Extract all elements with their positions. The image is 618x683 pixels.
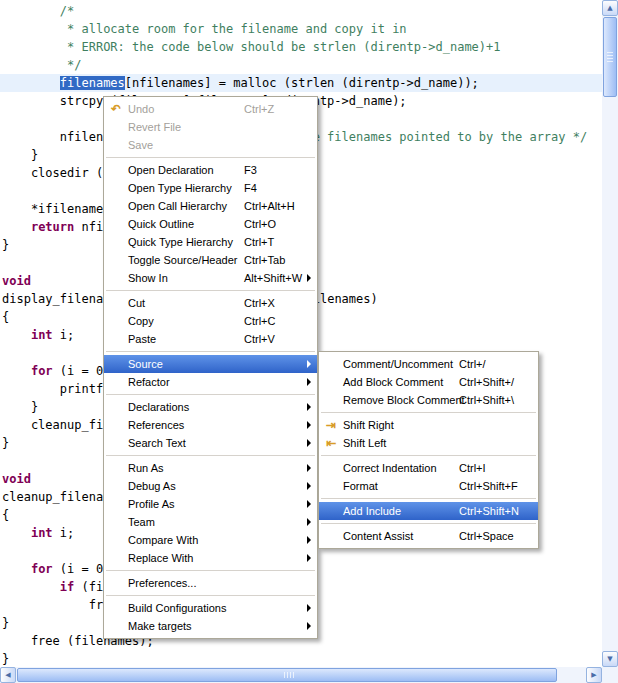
menu-item-label: Debug As — [128, 480, 176, 492]
menu-separator — [106, 570, 315, 571]
context-menu-item-team[interactable]: Team — [104, 513, 317, 531]
menu-item-shortcut: Ctrl+Shift+N — [459, 502, 519, 520]
source-submenu: Comment/UncommentCtrl+/Add Block Comment… — [318, 351, 539, 549]
code-segment: } — [2, 652, 9, 666]
menu-item-label: Correct Indentation — [343, 462, 437, 474]
selected-text: filenames — [60, 76, 125, 90]
menu-separator — [106, 351, 315, 352]
code-segment: { — [2, 508, 9, 522]
vertical-scrollbar-thumb[interactable] — [603, 17, 617, 97]
vertical-scrollbar[interactable]: ▲ ▼ — [602, 0, 618, 667]
context-menu-item-paste[interactable]: PasteCtrl+V — [104, 330, 317, 348]
context-menu-item-profile-as[interactable]: Profile As — [104, 495, 317, 513]
shift-right-icon: ⇥ — [322, 416, 340, 434]
context-menu-item-open-type-hierarchy[interactable]: Open Type HierarchyF4 — [104, 179, 317, 197]
source-submenu-item-add-block-comment[interactable]: Add Block CommentCtrl+Shift+/ — [319, 373, 538, 391]
code-segment: } — [2, 436, 9, 450]
code-segment: int — [31, 328, 53, 342]
context-menu-item-quick-outline[interactable]: Quick OutlineCtrl+O — [104, 215, 317, 233]
menu-item-label: Paste — [128, 333, 156, 345]
menu-item-label: Open Call Hierarchy — [128, 200, 227, 212]
context-menu-item-run-as[interactable]: Run As — [104, 459, 317, 477]
context-menu-item-show-in[interactable]: Show InAlt+Shift+W — [104, 269, 317, 287]
horizontal-scrollbar-thumb[interactable] — [17, 668, 557, 682]
scroll-up-button[interactable]: ▲ — [602, 0, 618, 16]
source-submenu-item-add-include[interactable]: Add IncludeCtrl+Shift+N — [319, 502, 538, 520]
scroll-left-button[interactable]: ◀ — [0, 667, 16, 683]
source-submenu-item-shift-right[interactable]: ⇥Shift Right — [319, 416, 538, 434]
context-menu-item-compare-with[interactable]: Compare With — [104, 531, 317, 549]
context-menu-item-references[interactable]: References — [104, 416, 317, 434]
menu-item-label: References — [128, 419, 184, 431]
code-segment: } — [2, 400, 38, 414]
code-segment: * ERROR: the code below should be strlen… — [2, 40, 501, 54]
menu-item-label: Declarations — [128, 401, 189, 413]
submenu-arrow-icon — [307, 378, 311, 386]
code-segment: for — [31, 364, 53, 378]
menu-separator — [106, 455, 315, 456]
menu-item-shortcut: Ctrl+C — [244, 312, 275, 330]
code-segment: i; — [53, 526, 75, 540]
scroll-up-icon: ▲ — [607, 4, 612, 12]
context-menu-item-revert-file: Revert File — [104, 118, 317, 136]
context-menu-item-cut[interactable]: CutCtrl+X — [104, 294, 317, 312]
menu-item-label: Undo — [128, 103, 154, 115]
menu-item-label: Add Block Comment — [343, 376, 443, 388]
menu-separator — [321, 523, 536, 524]
menu-separator — [321, 412, 536, 413]
code-segment: } — [2, 616, 9, 630]
context-menu-item-declarations[interactable]: Declarations — [104, 398, 317, 416]
menu-item-shortcut: Ctrl+Alt+H — [244, 197, 295, 215]
context-menu-item-build-configurations[interactable]: Build Configurations — [104, 599, 317, 617]
horizontal-scrollbar[interactable]: ◀ ▶ — [0, 667, 602, 683]
code-segment — [2, 76, 60, 90]
menu-item-label: Build Configurations — [128, 602, 226, 614]
context-menu-item-quick-type-hierarchy[interactable]: Quick Type HierarchyCtrl+T — [104, 233, 317, 251]
menu-item-label: Make targets — [128, 620, 192, 632]
scroll-down-button[interactable]: ▼ — [602, 651, 618, 667]
context-menu-item-copy[interactable]: CopyCtrl+C — [104, 312, 317, 330]
code-segment — [2, 580, 60, 594]
scroll-right-button[interactable]: ▶ — [586, 667, 602, 683]
source-submenu-item-content-assist[interactable]: Content AssistCtrl+Space — [319, 527, 538, 545]
source-submenu-item-comment-uncomment[interactable]: Comment/UncommentCtrl+/ — [319, 355, 538, 373]
context-menu-item-debug-as[interactable]: Debug As — [104, 477, 317, 495]
menu-item-shortcut: Ctrl+X — [244, 294, 275, 312]
context-menu-item-open-call-hierarchy[interactable]: Open Call HierarchyCtrl+Alt+H — [104, 197, 317, 215]
menu-separator — [106, 595, 315, 596]
menu-item-label: Revert File — [128, 121, 181, 133]
submenu-arrow-icon — [307, 439, 311, 447]
menu-separator — [321, 498, 536, 499]
code-segment — [2, 364, 31, 378]
menu-item-shortcut: Ctrl+Tab — [244, 251, 285, 269]
menu-item-label: Format — [343, 480, 378, 492]
menu-item-label: Replace With — [128, 552, 193, 564]
context-menu-item-preferences[interactable]: Preferences... — [104, 574, 317, 592]
source-submenu-item-correct-indentation[interactable]: Correct IndentationCtrl+I — [319, 459, 538, 477]
source-submenu-item-format[interactable]: FormatCtrl+Shift+F — [319, 477, 538, 495]
source-submenu-item-shift-left[interactable]: ⇤Shift Left — [319, 434, 538, 452]
menu-item-label: Comment/Uncomment — [343, 358, 453, 370]
context-menu-item-undo: ↶UndoCtrl+Z — [104, 100, 317, 118]
context-menu-item-replace-with[interactable]: Replace With — [104, 549, 317, 567]
code-segment: } — [2, 238, 9, 252]
source-submenu-item-remove-block-comment[interactable]: Remove Block CommentCtrl+Shift+\ — [319, 391, 538, 409]
menu-item-shortcut: Ctrl+Shift+F — [459, 477, 518, 495]
menu-item-label: Quick Type Hierarchy — [128, 236, 233, 248]
context-menu-item-make-targets[interactable]: Make targets — [104, 617, 317, 635]
menu-item-shortcut: Ctrl+Shift+\ — [459, 391, 514, 409]
menu-item-shortcut: Alt+Shift+W — [244, 269, 302, 287]
code-segment: printf ( — [2, 382, 118, 396]
context-menu-item-toggle-source-header[interactable]: Toggle Source/HeaderCtrl+Tab — [104, 251, 317, 269]
context-menu-item-source[interactable]: Source — [104, 355, 317, 373]
menu-item-label: Remove Block Comment — [343, 394, 465, 406]
shift-left-icon: ⇤ — [322, 434, 340, 452]
context-menu-item-refactor[interactable]: Refactor — [104, 373, 317, 391]
submenu-arrow-icon — [307, 421, 311, 429]
code-segment: { — [2, 310, 9, 324]
menu-separator — [106, 290, 315, 291]
context-menu-item-search-text[interactable]: Search Text — [104, 434, 317, 452]
context-menu-item-open-declaration[interactable]: Open DeclarationF3 — [104, 161, 317, 179]
context-menu: ↶UndoCtrl+ZRevert FileSaveOpen Declarati… — [103, 96, 318, 639]
code-segment: * allocate room for the filename and cop… — [2, 22, 407, 36]
